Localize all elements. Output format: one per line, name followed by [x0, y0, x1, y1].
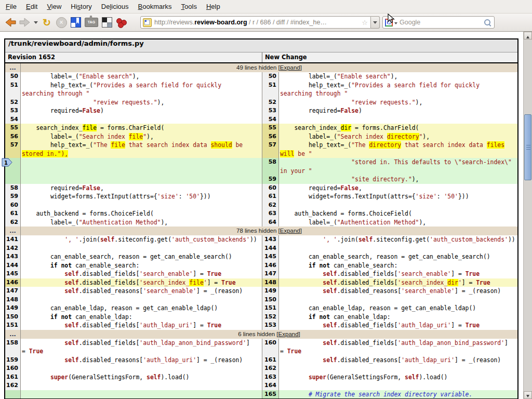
line-number-left[interactable]: 52	[5, 98, 21, 107]
url-history-dropdown[interactable]	[371, 16, 380, 29]
comment-flag[interactable]: 1	[2, 158, 13, 170]
delicious-bookmark-button[interactable]	[69, 16, 83, 29]
line-number-left[interactable]: 51	[5, 81, 21, 98]
line-number-right[interactable]: 62	[262, 201, 279, 210]
stop-button[interactable]: ×	[54, 16, 69, 29]
line-number-right[interactable]: 52	[262, 98, 279, 107]
reload-button[interactable]: ↻	[39, 16, 54, 29]
line-number-left[interactable]: 53	[5, 107, 21, 115]
line-number-right[interactable]: 56	[262, 132, 279, 141]
line-number-right[interactable]: 149	[262, 287, 279, 296]
expand-link[interactable]: Expand	[280, 64, 300, 71]
line-number-left[interactable]: 161	[5, 373, 21, 382]
line-number-left[interactable]: 141	[5, 235, 21, 244]
line-number-left[interactable]: 150	[5, 313, 21, 322]
line-number-right[interactable]: 60	[262, 184, 279, 193]
menu-file[interactable]: File	[1, 1, 21, 12]
line-number-left[interactable]: 144	[5, 261, 21, 270]
bookmark-star-icon[interactable]: ☆	[362, 19, 368, 26]
line-number-left[interactable]: 1	[5, 158, 21, 175]
line-number-right[interactable]: 64	[262, 218, 279, 227]
line-number-left[interactable]: 62	[5, 218, 21, 227]
address-bar[interactable]: http://reviews.review-board.org / r / 68…	[140, 16, 371, 29]
line-number-left[interactable]: 57	[5, 141, 21, 158]
line-number-left[interactable]	[5, 390, 21, 399]
line-number-right[interactable]: 147	[262, 270, 279, 278]
line-number-left[interactable]: 50	[5, 72, 21, 81]
diff-row-59: 59 widget=forms.TextInput(attrs={'size':…	[5, 192, 517, 201]
line-number-left[interactable]: 58	[5, 184, 21, 193]
scroll-up-button[interactable]	[524, 32, 532, 39]
line-number-left[interactable]	[5, 175, 21, 184]
line-number-left[interactable]: 147	[5, 287, 21, 296]
line-number-right[interactable]: 57	[262, 141, 279, 158]
line-number-left[interactable]: 145	[5, 270, 21, 278]
line-number-right[interactable]: 151	[262, 304, 279, 313]
history-dropdown-button[interactable]	[32, 16, 39, 29]
scrollbar-thumb[interactable]	[524, 114, 531, 180]
forward-button[interactable]	[18, 16, 32, 29]
line-number-left[interactable]: 149	[5, 304, 21, 313]
extension-checker-button[interactable]	[100, 16, 114, 29]
line-number-left[interactable]: 148	[5, 296, 21, 304]
search-input[interactable]	[398, 18, 484, 26]
line-number-right[interactable]: 55	[262, 124, 279, 132]
diff-row-141: 141 ', '.join(self.siteconfig.get('auth_…	[5, 235, 517, 244]
menu-view[interactable]: View	[42, 1, 66, 12]
line-number-right[interactable]: 144	[262, 244, 279, 253]
line-number-right[interactable]: 145	[262, 252, 279, 261]
line-number-left[interactable]: 59	[5, 192, 21, 201]
url-text[interactable]: http://reviews.review-board.org / r / 68…	[154, 19, 327, 26]
menu-history[interactable]: History	[66, 1, 96, 12]
line-number-left[interactable]: 56	[5, 132, 21, 141]
line-number-left[interactable]: 159	[5, 356, 21, 365]
line-number-right[interactable]: 148	[262, 278, 279, 287]
vertical-scrollbar[interactable]	[523, 32, 532, 399]
menu-edit[interactable]: Edit	[21, 1, 42, 12]
share-button[interactable]	[114, 16, 129, 29]
line-number-right[interactable]: 161	[262, 356, 279, 365]
line-number-right[interactable]: 61	[262, 192, 279, 201]
line-number-right[interactable]: 152	[262, 313, 279, 322]
line-number-right[interactable]: 53	[262, 107, 279, 115]
expand-link[interactable]: Expand	[280, 228, 300, 234]
line-number-right[interactable]: 164	[262, 381, 279, 390]
line-number-right[interactable]: 163	[262, 373, 279, 382]
menu-tools[interactable]: Tools	[177, 1, 202, 12]
line-number-right[interactable]: 50	[262, 72, 279, 81]
line-number-right[interactable]: 146	[262, 261, 279, 270]
line-number-left[interactable]: 54	[5, 115, 21, 124]
forward-arrow-icon	[19, 18, 31, 27]
line-number-left[interactable]: 146	[5, 278, 21, 287]
expand-link[interactable]: Expand	[278, 331, 299, 337]
line-number-right[interactable]: 143	[262, 235, 279, 244]
line-number-left[interactable]: 60	[5, 201, 21, 210]
line-number-right[interactable]: 165	[262, 390, 279, 399]
line-number-left[interactable]: 142	[5, 244, 21, 253]
line-number-left[interactable]: 162	[5, 381, 21, 390]
code-cell-left: self.disabled_reasons['auth_ldap_uri'] =…	[21, 356, 262, 365]
line-number-left[interactable]: 160	[5, 364, 21, 373]
line-number-left[interactable]: 158	[5, 339, 21, 356]
menu-delicious[interactable]: Delicious	[97, 1, 134, 12]
tag-button[interactable]: TAG	[83, 16, 100, 29]
line-number-right[interactable]: 153	[262, 321, 279, 330]
line-number-right[interactable]: 58	[262, 158, 279, 175]
line-number-right[interactable]: 160	[262, 339, 279, 356]
line-number-right[interactable]: 63	[262, 209, 279, 218]
back-button[interactable]	[3, 16, 18, 29]
line-number-right[interactable]: 150	[262, 296, 279, 304]
line-number-right[interactable]: 162	[262, 364, 279, 373]
line-number-right[interactable]: 54	[262, 115, 279, 124]
scroll-down-button[interactable]	[524, 391, 532, 399]
line-number-right[interactable]: 51	[262, 81, 279, 98]
line-number-left[interactable]: 143	[5, 252, 21, 261]
line-number-right[interactable]: 59	[262, 175, 279, 184]
search-magnifier-icon[interactable]	[484, 19, 490, 25]
line-number-left[interactable]: 151	[5, 321, 21, 330]
search-bar[interactable]: G	[382, 16, 495, 29]
menu-help[interactable]: Help	[202, 1, 225, 12]
menu-bookmarks[interactable]: Bookmarks	[134, 1, 177, 12]
line-number-left[interactable]: 61	[5, 209, 21, 218]
line-number-left[interactable]: 55	[5, 124, 21, 132]
